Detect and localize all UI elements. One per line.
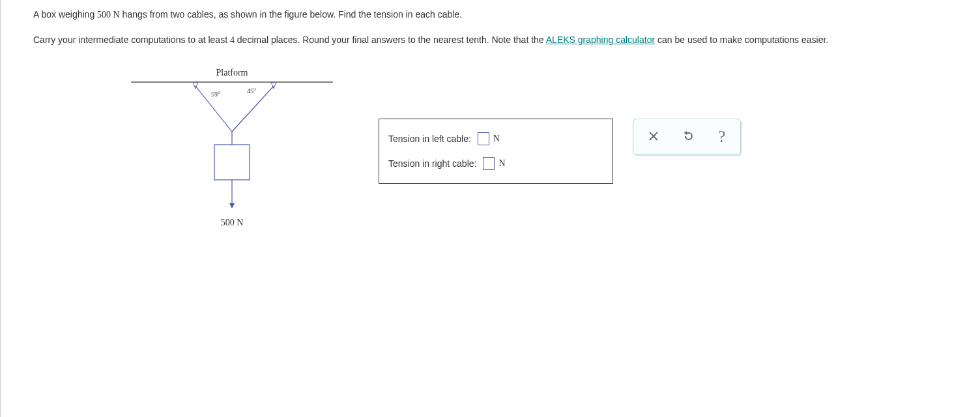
- angle-left-label: 59°: [211, 91, 220, 98]
- calculator-link[interactable]: ALEKS graphing calculator: [546, 35, 655, 45]
- instr-decimals: 4: [230, 35, 235, 45]
- reset-icon[interactable]: [683, 130, 695, 144]
- problem-instructions: Carry your intermediate computations to …: [33, 33, 954, 47]
- cable-diagram: Platform 59° 45° 500 N: [124, 66, 339, 236]
- platform-label: Platform: [216, 68, 248, 78]
- left-tension-label: Tension in left cable:: [388, 134, 471, 144]
- intro-weight: 500 N: [97, 10, 120, 20]
- instr-post: can be used to make computations easier.: [655, 35, 828, 45]
- toolbar: ?: [633, 119, 741, 155]
- intro-post: hangs from two cables, as shown in the f…: [120, 9, 462, 20]
- svg-marker-11: [684, 131, 687, 135]
- right-tension-input[interactable]: [483, 157, 495, 170]
- intro-pre: A box weighing: [33, 9, 97, 20]
- svg-rect-6: [214, 145, 250, 180]
- instr-pre: Carry your intermediate computations to …: [33, 35, 230, 45]
- svg-marker-8: [229, 203, 235, 208]
- right-tension-unit: N: [498, 158, 505, 169]
- angle-right-label: 45°: [247, 87, 256, 94]
- problem-intro: A box weighing 500 N hangs from two cabl…: [33, 8, 954, 22]
- weight-label: 500 N: [221, 218, 244, 227]
- left-tension-unit: N: [493, 134, 500, 144]
- help-icon[interactable]: ?: [718, 128, 726, 145]
- svg-marker-1: [193, 82, 198, 89]
- right-tension-label: Tension in right cable:: [388, 158, 476, 169]
- answer-box: Tension in left cable: N Tension in righ…: [379, 119, 613, 184]
- instr-mid: decimal places. Round your final answers…: [235, 35, 546, 45]
- clear-icon[interactable]: [648, 130, 659, 144]
- left-tension-input[interactable]: [478, 132, 489, 145]
